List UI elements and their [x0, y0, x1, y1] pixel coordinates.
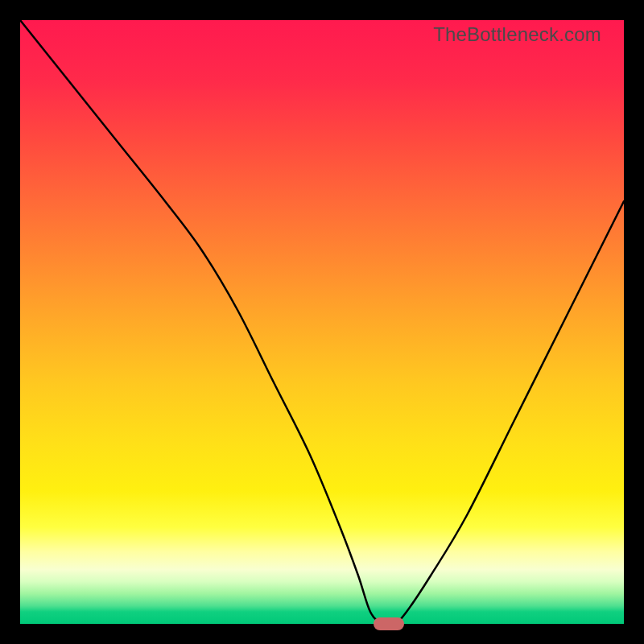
bottleneck-curve [20, 20, 624, 624]
optimal-marker [374, 617, 404, 630]
plot-area: TheBottleneck.com [20, 20, 624, 624]
chart-frame: TheBottleneck.com [0, 0, 644, 644]
